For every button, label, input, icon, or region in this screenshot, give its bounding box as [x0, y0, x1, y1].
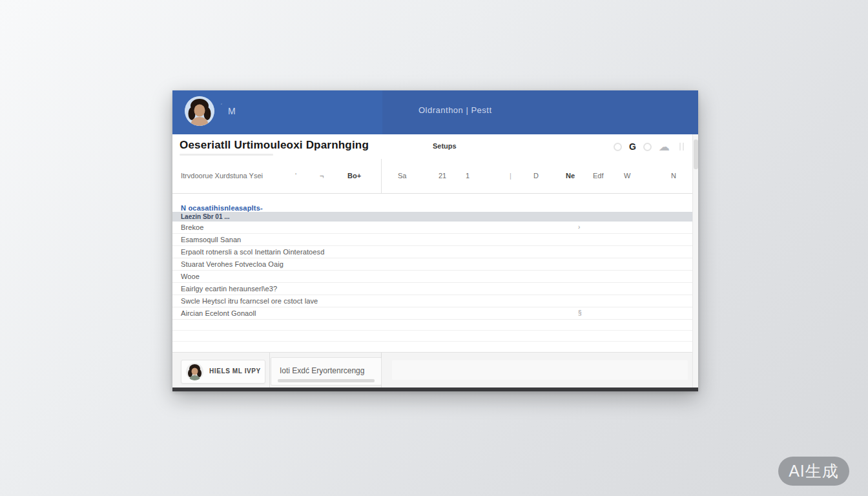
list-item-label: Aircian Ecelont Gonaoll — [181, 309, 256, 317]
header-right-label: Oldranthon | Pestt — [418, 105, 492, 115]
vertical-scrollbar[interactable] — [692, 134, 698, 388]
google-icon[interactable]: G — [629, 142, 636, 151]
list-item-label: Wooe — [181, 273, 200, 280]
toolbar-item[interactable]: 1 — [466, 172, 470, 180]
list-item-label: Erpaolt rotnersli a scol Inettarin Ointe… — [181, 248, 324, 256]
list-item[interactable]: Aircian Ecelont Gonaoll § — [172, 307, 698, 320]
cloud-icon[interactable]: ☁ — [659, 141, 670, 152]
app-header: ˊ M Oldranthon | Pestt — [172, 90, 698, 134]
list-item[interactable]: Stuarat Verohes Fotvecloa Oaig — [172, 258, 698, 271]
footer-input-scrollbar[interactable] — [278, 379, 375, 382]
toolbar-bold-item[interactable]: Bo+ — [347, 172, 361, 180]
list-item-label: Eairlgy ecartin heraunserl\e3? — [181, 285, 277, 293]
content-list: N ocasatihisnleasaplts- Laezin Sbr 01 ..… — [172, 194, 698, 352]
footer-user-chip[interactable]: HIELS ML IVPY — [181, 360, 265, 384]
footer-user-name: HIELS ML IVPY — [209, 367, 261, 375]
toolbar-item[interactable]: Ne — [566, 172, 575, 180]
footer-input[interactable]: Ioti Exdć Eryortenrcengg — [271, 357, 382, 386]
list-item[interactable]: Esamsoqull Sanan — [172, 234, 698, 246]
list-item-label: Swcle Heytscl itru fcarncsel ore cstoct … — [181, 297, 318, 305]
list-selected-row[interactable]: Laezin Sbr 01 ... — [172, 212, 698, 222]
list-item-label: Brekoe — [181, 223, 203, 231]
app-window: ˊ M Oldranthon | Pestt Oeseriatll Urtimo… — [172, 90, 698, 391]
window-base-strip — [172, 388, 698, 391]
divider-bars-icon — [679, 143, 684, 150]
subnav-setups-label[interactable]: Setups — [433, 142, 457, 150]
list-item[interactable]: Brekoe › — [172, 222, 698, 234]
circle-icon[interactable] — [643, 143, 652, 151]
toolbar-left-label[interactable]: Itrvdoorue Xurdstuna Ysei — [181, 172, 263, 180]
toolbar-row: Itrvdoorue Xurdstuna Ysei ' ¬ Bo+ Sa 21 … — [172, 159, 698, 194]
avatar-image — [185, 96, 214, 126]
list-item-label: Stuarat Verohes Fotvecloa Oaig — [181, 260, 284, 268]
page-title: Oeseriatll Urtimouleoxi Dparnhging — [180, 139, 369, 152]
heading-underline — [180, 154, 273, 156]
header-avatar[interactable] — [185, 96, 214, 126]
list-item-label: Esamsoqull Sanan — [181, 236, 241, 243]
toolbar-item[interactable]: Edf — [593, 172, 604, 180]
page-heading-row: Oeseriatll Urtimouleoxi Dparnhging Setup… — [172, 134, 698, 159]
toolbar-tick: ' — [295, 172, 296, 180]
empty-row — [172, 331, 698, 342]
toolbar-corner-glyph: ¬ — [320, 172, 324, 180]
toolbar-item[interactable]: 21 — [439, 172, 446, 180]
header-title: M — [228, 106, 236, 116]
footer-bar: HIELS ML IVPY Ioti Exdć Eryortenrcengg — [172, 352, 698, 388]
toolbar-item[interactable]: D — [533, 172, 539, 180]
toolbar-item[interactable]: W — [624, 172, 630, 180]
toolbar-item: | — [510, 172, 512, 180]
row-end-icon[interactable]: › — [578, 223, 580, 231]
toolbar-divider — [381, 159, 382, 193]
list-link-row[interactable]: N ocasatihisnleasaplts- — [181, 204, 263, 212]
desktop-background: { "window": { "header": { "tick": "ˊ", "… — [0, 0, 868, 496]
header-tick-mark: ˊ — [220, 103, 222, 110]
heading-icon-row: G ☁ — [614, 140, 684, 153]
list-item[interactable]: Wooe — [172, 271, 698, 283]
selected-row-label: Laezin Sbr 01 ... — [181, 213, 230, 220]
footer-avatar — [186, 363, 203, 380]
list-item[interactable]: Erpaolt rotnersli a scol Inettarin Ointe… — [172, 246, 698, 258]
ai-watermark-badge: AI生成 — [778, 457, 849, 486]
toolbar-item[interactable]: N — [671, 172, 676, 180]
row-end-icon[interactable]: § — [578, 309, 582, 316]
toolbar-item[interactable]: Sa — [398, 172, 406, 180]
circle-icon[interactable] — [614, 143, 622, 151]
list-rows: Brekoe › Esamsoqull Sanan Erpaolt rotner… — [172, 222, 698, 342]
footer-divider — [269, 353, 270, 388]
list-item[interactable]: Eairlgy ecartin heraunserl\e3? — [172, 283, 698, 295]
footer-input-value: Ioti Exdć Eryortenrcengg — [280, 366, 364, 375]
empty-row — [172, 320, 698, 331]
footer-empty-band — [392, 360, 688, 380]
scrollbar-thumb[interactable] — [694, 140, 698, 169]
avatar-image — [186, 363, 203, 380]
list-item[interactable]: Swcle Heytscl itru fcarncsel ore cstoct … — [172, 295, 698, 307]
